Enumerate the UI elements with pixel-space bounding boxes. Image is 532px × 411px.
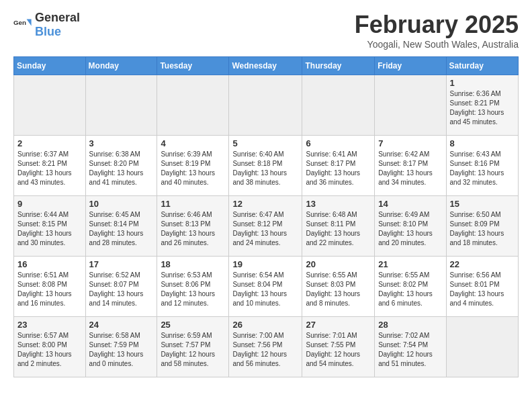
day-info: Sunrise: 6:49 AMSunset: 8:10 PMDaylight:… bbox=[378, 210, 442, 248]
day-number: 11 bbox=[161, 199, 225, 209]
day-number: 9 bbox=[17, 199, 82, 209]
calendar-cell bbox=[85, 75, 157, 136]
day-number: 25 bbox=[161, 320, 225, 330]
day-info: Sunrise: 6:52 AMSunset: 8:07 PMDaylight:… bbox=[89, 271, 154, 308]
day-number: 19 bbox=[232, 259, 298, 269]
day-number: 14 bbox=[378, 199, 442, 209]
title-area: February 2025 Yoogali, New South Wales, … bbox=[355, 11, 519, 50]
day-info: Sunrise: 6:36 AMSunset: 8:21 PMDaylight:… bbox=[450, 89, 515, 127]
day-number: 17 bbox=[89, 259, 154, 269]
day-number: 6 bbox=[306, 138, 371, 148]
day-number: 23 bbox=[17, 320, 82, 330]
calendar-cell: 27Sunrise: 7:01 AMSunset: 7:55 PMDayligh… bbox=[302, 317, 375, 377]
day-info: Sunrise: 6:40 AMSunset: 8:18 PMDaylight:… bbox=[232, 150, 298, 187]
calendar-header: SundayMondayTuesdayWednesdayThursdayFrid… bbox=[14, 57, 519, 75]
month-title: February 2025 bbox=[355, 11, 519, 39]
calendar-cell bbox=[157, 75, 229, 136]
calendar-cell: 8Sunrise: 6:43 AMSunset: 8:16 PMDaylight… bbox=[446, 136, 518, 196]
day-number: 20 bbox=[306, 259, 371, 269]
header: Gen General Blue February 2025 Yoogali, … bbox=[13, 11, 519, 50]
weekday-header: Tuesday bbox=[157, 57, 229, 75]
day-info: Sunrise: 6:43 AMSunset: 8:16 PMDaylight:… bbox=[450, 150, 515, 187]
day-info: Sunrise: 6:41 AMSunset: 8:17 PMDaylight:… bbox=[306, 150, 371, 187]
calendar-cell: 7Sunrise: 6:42 AMSunset: 8:17 PMDaylight… bbox=[375, 136, 446, 196]
day-info: Sunrise: 6:38 AMSunset: 8:20 PMDaylight:… bbox=[89, 150, 154, 187]
day-info: Sunrise: 6:47 AMSunset: 8:12 PMDaylight:… bbox=[232, 210, 298, 248]
svg-text:Gen: Gen bbox=[13, 19, 26, 26]
day-info: Sunrise: 6:55 AMSunset: 8:02 PMDaylight:… bbox=[378, 271, 442, 308]
day-number: 13 bbox=[306, 199, 371, 209]
day-info: Sunrise: 6:56 AMSunset: 8:01 PMDaylight:… bbox=[450, 271, 515, 308]
calendar-cell: 25Sunrise: 6:59 AMSunset: 7:57 PMDayligh… bbox=[157, 317, 229, 377]
day-info: Sunrise: 6:50 AMSunset: 8:09 PMDaylight:… bbox=[450, 210, 515, 248]
calendar-cell: 19Sunrise: 6:54 AMSunset: 8:04 PMDayligh… bbox=[229, 257, 302, 317]
calendar-week-row: 23Sunrise: 6:57 AMSunset: 8:00 PMDayligh… bbox=[14, 317, 519, 377]
calendar-cell: 2Sunrise: 6:37 AMSunset: 8:21 PMDaylight… bbox=[14, 136, 86, 196]
calendar-week-row: 2Sunrise: 6:37 AMSunset: 8:21 PMDaylight… bbox=[14, 136, 519, 196]
day-info: Sunrise: 6:39 AMSunset: 8:19 PMDaylight:… bbox=[161, 150, 225, 187]
weekday-header: Saturday bbox=[446, 57, 518, 75]
calendar-cell: 13Sunrise: 6:48 AMSunset: 8:11 PMDayligh… bbox=[302, 196, 375, 257]
day-info: Sunrise: 6:45 AMSunset: 8:14 PMDaylight:… bbox=[89, 210, 154, 248]
calendar-cell: 28Sunrise: 7:02 AMSunset: 7:54 PMDayligh… bbox=[375, 317, 446, 377]
weekday-header: Thursday bbox=[302, 57, 375, 75]
calendar-cell: 15Sunrise: 6:50 AMSunset: 8:09 PMDayligh… bbox=[446, 196, 518, 257]
logo: Gen General Blue bbox=[13, 11, 80, 39]
calendar-cell: 4Sunrise: 6:39 AMSunset: 8:19 PMDaylight… bbox=[157, 136, 229, 196]
day-number: 26 bbox=[232, 320, 298, 330]
day-number: 2 bbox=[17, 138, 82, 148]
day-number: 15 bbox=[450, 199, 515, 209]
day-info: Sunrise: 6:54 AMSunset: 8:04 PMDaylight:… bbox=[232, 271, 298, 308]
calendar-cell: 26Sunrise: 7:00 AMSunset: 7:56 PMDayligh… bbox=[229, 317, 302, 377]
weekday-header: Sunday bbox=[14, 57, 86, 75]
day-number: 7 bbox=[378, 138, 442, 148]
day-number: 3 bbox=[89, 138, 154, 148]
day-info: Sunrise: 6:58 AMSunset: 7:59 PMDaylight:… bbox=[89, 331, 154, 369]
day-info: Sunrise: 6:51 AMSunset: 8:08 PMDaylight:… bbox=[17, 271, 82, 308]
calendar-cell bbox=[446, 317, 518, 377]
calendar-cell: 6Sunrise: 6:41 AMSunset: 8:17 PMDaylight… bbox=[302, 136, 375, 196]
location-title: Yoogali, New South Wales, Australia bbox=[355, 39, 519, 50]
day-info: Sunrise: 6:46 AMSunset: 8:13 PMDaylight:… bbox=[161, 210, 225, 248]
day-info: Sunrise: 7:02 AMSunset: 7:54 PMDaylight:… bbox=[378, 331, 442, 369]
weekday-header: Wednesday bbox=[229, 57, 302, 75]
calendar-cell: 17Sunrise: 6:52 AMSunset: 8:07 PMDayligh… bbox=[85, 257, 157, 317]
day-info: Sunrise: 6:37 AMSunset: 8:21 PMDaylight:… bbox=[17, 150, 82, 187]
calendar-week-row: 9Sunrise: 6:44 AMSunset: 8:15 PMDaylight… bbox=[14, 196, 519, 257]
calendar-cell: 11Sunrise: 6:46 AMSunset: 8:13 PMDayligh… bbox=[157, 196, 229, 257]
calendar-cell: 14Sunrise: 6:49 AMSunset: 8:10 PMDayligh… bbox=[375, 196, 446, 257]
day-info: Sunrise: 6:55 AMSunset: 8:03 PMDaylight:… bbox=[306, 271, 371, 308]
day-info: Sunrise: 6:48 AMSunset: 8:11 PMDaylight:… bbox=[306, 210, 371, 248]
calendar-body: 1Sunrise: 6:36 AMSunset: 8:21 PMDaylight… bbox=[14, 75, 519, 377]
calendar-cell: 12Sunrise: 6:47 AMSunset: 8:12 PMDayligh… bbox=[229, 196, 302, 257]
day-number: 16 bbox=[17, 259, 82, 269]
weekday-row: SundayMondayTuesdayWednesdayThursdayFrid… bbox=[14, 57, 519, 75]
calendar-cell: 9Sunrise: 6:44 AMSunset: 8:15 PMDaylight… bbox=[14, 196, 86, 257]
calendar-week-row: 1Sunrise: 6:36 AMSunset: 8:21 PMDaylight… bbox=[14, 75, 519, 136]
day-info: Sunrise: 6:57 AMSunset: 8:00 PMDaylight:… bbox=[17, 331, 82, 369]
calendar-cell: 3Sunrise: 6:38 AMSunset: 8:20 PMDaylight… bbox=[85, 136, 157, 196]
calendar-cell: 5Sunrise: 6:40 AMSunset: 8:18 PMDaylight… bbox=[229, 136, 302, 196]
day-number: 4 bbox=[161, 138, 225, 148]
calendar-cell: 22Sunrise: 6:56 AMSunset: 8:01 PMDayligh… bbox=[446, 257, 518, 317]
calendar-cell: 20Sunrise: 6:55 AMSunset: 8:03 PMDayligh… bbox=[302, 257, 375, 317]
calendar-cell: 16Sunrise: 6:51 AMSunset: 8:08 PMDayligh… bbox=[14, 257, 86, 317]
day-info: Sunrise: 6:44 AMSunset: 8:15 PMDaylight:… bbox=[17, 210, 82, 248]
calendar-cell bbox=[229, 75, 302, 136]
day-info: Sunrise: 7:00 AMSunset: 7:56 PMDaylight:… bbox=[232, 331, 298, 369]
calendar-cell: 21Sunrise: 6:55 AMSunset: 8:02 PMDayligh… bbox=[375, 257, 446, 317]
day-info: Sunrise: 6:42 AMSunset: 8:17 PMDaylight:… bbox=[378, 150, 442, 187]
calendar-cell bbox=[302, 75, 375, 136]
calendar-cell: 23Sunrise: 6:57 AMSunset: 8:00 PMDayligh… bbox=[14, 317, 86, 377]
calendar-cell: 10Sunrise: 6:45 AMSunset: 8:14 PMDayligh… bbox=[85, 196, 157, 257]
logo-icon: Gen bbox=[13, 15, 32, 34]
day-info: Sunrise: 7:01 AMSunset: 7:55 PMDaylight:… bbox=[306, 331, 371, 369]
day-number: 10 bbox=[89, 199, 154, 209]
weekday-header: Friday bbox=[375, 57, 446, 75]
day-number: 18 bbox=[161, 259, 225, 269]
calendar: SundayMondayTuesdayWednesdayThursdayFrid… bbox=[13, 56, 519, 377]
svg-marker-1 bbox=[27, 19, 32, 26]
day-info: Sunrise: 6:53 AMSunset: 8:06 PMDaylight:… bbox=[161, 271, 225, 308]
day-number: 1 bbox=[450, 78, 515, 88]
day-number: 27 bbox=[306, 320, 371, 330]
